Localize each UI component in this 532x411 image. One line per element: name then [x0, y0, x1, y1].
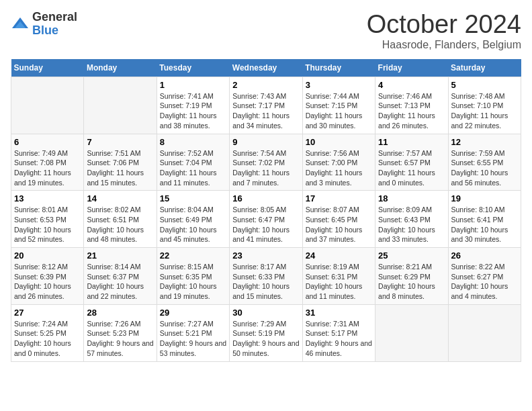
- day-info: Sunrise: 7:54 AMSunset: 7:02 PMDaylight:…: [232, 148, 299, 188]
- day-info: Sunrise: 8:14 AMSunset: 6:37 PMDaylight:…: [87, 262, 153, 302]
- day-info: Sunrise: 7:27 AMSunset: 5:21 PMDaylight:…: [160, 319, 226, 359]
- day-info: Sunrise: 8:17 AMSunset: 6:33 PMDaylight:…: [232, 262, 299, 302]
- day-info: Sunrise: 7:59 AMSunset: 6:55 PMDaylight:…: [451, 148, 518, 188]
- calendar-cell: 31Sunrise: 7:31 AMSunset: 5:17 PMDayligh…: [302, 304, 375, 361]
- day-info: Sunrise: 7:56 AMSunset: 7:00 PMDaylight:…: [306, 148, 372, 188]
- logo-text: General Blue: [32, 11, 77, 38]
- day-number: 28: [87, 308, 153, 318]
- logo-general-text: General: [32, 11, 77, 24]
- calendar-cell: 9Sunrise: 7:54 AMSunset: 7:02 PMDaylight…: [230, 134, 302, 191]
- calendar-week-row: 6Sunrise: 7:49 AMSunset: 7:08 PMDaylight…: [11, 134, 521, 191]
- day-info: Sunrise: 8:05 AMSunset: 6:47 PMDaylight:…: [232, 205, 299, 244]
- day-number: 10: [306, 137, 372, 147]
- calendar-cell: 24Sunrise: 8:19 AMSunset: 6:31 PMDayligh…: [302, 248, 375, 305]
- calendar-cell: 7Sunrise: 7:51 AMSunset: 7:06 PMDaylight…: [84, 134, 157, 191]
- calendar-week-row: 1Sunrise: 7:41 AMSunset: 7:19 PMDaylight…: [11, 77, 521, 134]
- day-info: Sunrise: 8:02 AMSunset: 6:51 PMDaylight:…: [87, 205, 153, 244]
- calendar-cell: 5Sunrise: 7:48 AMSunset: 7:10 PMDaylight…: [448, 77, 521, 134]
- day-number: 20: [14, 250, 81, 261]
- day-info: Sunrise: 7:51 AMSunset: 7:06 PMDaylight:…: [87, 148, 153, 188]
- day-number: 29: [160, 308, 226, 318]
- day-info: Sunrise: 7:46 AMSunset: 7:13 PMDaylight:…: [378, 91, 445, 131]
- day-info: Sunrise: 8:21 AMSunset: 6:29 PMDaylight:…: [378, 262, 445, 302]
- day-number: 11: [378, 137, 445, 147]
- day-number: 21: [87, 250, 153, 261]
- calendar-cell: 26Sunrise: 8:22 AMSunset: 6:27 PMDayligh…: [448, 248, 521, 305]
- calendar-cell: 10Sunrise: 7:56 AMSunset: 7:00 PMDayligh…: [302, 134, 375, 191]
- day-number: 4: [378, 80, 445, 90]
- calendar-cell: 14Sunrise: 8:02 AMSunset: 6:51 PMDayligh…: [84, 191, 157, 248]
- day-info: Sunrise: 8:09 AMSunset: 6:43 PMDaylight:…: [378, 205, 445, 244]
- day-number: 16: [232, 193, 299, 203]
- calendar-cell: 1Sunrise: 7:41 AMSunset: 7:19 PMDaylight…: [157, 77, 229, 134]
- day-number: 3: [306, 80, 372, 90]
- day-info: Sunrise: 7:57 AMSunset: 6:57 PMDaylight:…: [378, 148, 445, 188]
- day-info: Sunrise: 7:31 AMSunset: 5:17 PMDaylight:…: [306, 319, 372, 359]
- calendar-cell: 19Sunrise: 8:10 AMSunset: 6:41 PMDayligh…: [448, 191, 521, 248]
- logo-icon: [11, 15, 30, 34]
- calendar-cell: 2Sunrise: 7:43 AMSunset: 7:17 PMDaylight…: [230, 77, 302, 134]
- calendar-cell: 4Sunrise: 7:46 AMSunset: 7:13 PMDaylight…: [375, 77, 448, 134]
- calendar-cell: 27Sunrise: 7:24 AMSunset: 5:25 PMDayligh…: [11, 304, 84, 361]
- column-header-friday: Friday: [375, 59, 448, 77]
- day-number: 13: [14, 193, 81, 203]
- day-number: 7: [87, 137, 153, 147]
- calendar-cell: 12Sunrise: 7:59 AMSunset: 6:55 PMDayligh…: [448, 134, 521, 191]
- day-number: 30: [232, 308, 299, 318]
- day-number: 18: [378, 193, 445, 203]
- column-header-saturday: Saturday: [448, 59, 521, 77]
- calendar-cell: 11Sunrise: 7:57 AMSunset: 6:57 PMDayligh…: [375, 134, 448, 191]
- calendar-cell: 6Sunrise: 7:49 AMSunset: 7:08 PMDaylight…: [11, 134, 84, 191]
- day-number: 24: [306, 250, 372, 261]
- calendar-cell: 18Sunrise: 8:09 AMSunset: 6:43 PMDayligh…: [375, 191, 448, 248]
- calendar-cell: 15Sunrise: 8:04 AMSunset: 6:49 PMDayligh…: [157, 191, 229, 248]
- day-info: Sunrise: 7:29 AMSunset: 5:19 PMDaylight:…: [232, 319, 299, 359]
- calendar-cell: [448, 304, 521, 361]
- calendar-cell: 28Sunrise: 7:26 AMSunset: 5:23 PMDayligh…: [84, 304, 157, 361]
- day-number: 5: [451, 80, 518, 90]
- day-number: 23: [232, 250, 299, 261]
- day-info: Sunrise: 7:44 AMSunset: 7:15 PMDaylight:…: [306, 91, 372, 131]
- day-info: Sunrise: 7:41 AMSunset: 7:19 PMDaylight:…: [160, 91, 226, 131]
- calendar-cell: [84, 77, 157, 134]
- calendar-cell: 21Sunrise: 8:14 AMSunset: 6:37 PMDayligh…: [84, 248, 157, 305]
- day-number: 1: [160, 80, 226, 90]
- day-info: Sunrise: 8:01 AMSunset: 6:53 PMDaylight:…: [14, 205, 81, 244]
- day-info: Sunrise: 7:48 AMSunset: 7:10 PMDaylight:…: [451, 91, 518, 131]
- calendar-week-row: 13Sunrise: 8:01 AMSunset: 6:53 PMDayligh…: [11, 191, 521, 248]
- calendar-cell: 3Sunrise: 7:44 AMSunset: 7:15 PMDaylight…: [302, 77, 375, 134]
- day-number: 19: [451, 193, 518, 203]
- calendar-week-row: 20Sunrise: 8:12 AMSunset: 6:39 PMDayligh…: [11, 248, 521, 305]
- location: Haasrode, Flanders, Belgium: [367, 39, 521, 51]
- day-number: 31: [306, 308, 372, 318]
- day-info: Sunrise: 8:07 AMSunset: 6:45 PMDaylight:…: [306, 205, 372, 244]
- day-info: Sunrise: 8:10 AMSunset: 6:41 PMDaylight:…: [451, 205, 518, 244]
- title-block: October 2024 Haasrode, Flanders, Belgium: [367, 11, 521, 51]
- column-header-tuesday: Tuesday: [157, 59, 229, 77]
- page-header: General Blue October 2024 Haasrode, Flan…: [11, 11, 521, 51]
- day-number: 2: [232, 80, 299, 90]
- column-header-wednesday: Wednesday: [230, 59, 302, 77]
- calendar-cell: 8Sunrise: 7:52 AMSunset: 7:04 PMDaylight…: [157, 134, 229, 191]
- calendar-header-row: SundayMondayTuesdayWednesdayThursdayFrid…: [11, 59, 521, 77]
- calendar-cell: [11, 77, 84, 134]
- calendar-cell: 30Sunrise: 7:29 AMSunset: 5:19 PMDayligh…: [230, 304, 302, 361]
- calendar-cell: 20Sunrise: 8:12 AMSunset: 6:39 PMDayligh…: [11, 248, 84, 305]
- calendar-cell: 16Sunrise: 8:05 AMSunset: 6:47 PMDayligh…: [230, 191, 302, 248]
- calendar-cell: [375, 304, 448, 361]
- day-info: Sunrise: 7:52 AMSunset: 7:04 PMDaylight:…: [160, 148, 226, 188]
- calendar-table: SundayMondayTuesdayWednesdayThursdayFrid…: [11, 59, 521, 362]
- day-number: 14: [87, 193, 153, 203]
- day-number: 9: [232, 137, 299, 147]
- calendar-cell: 22Sunrise: 8:15 AMSunset: 6:35 PMDayligh…: [157, 248, 229, 305]
- calendar-week-row: 27Sunrise: 7:24 AMSunset: 5:25 PMDayligh…: [11, 304, 521, 361]
- day-number: 17: [306, 193, 372, 203]
- day-info: Sunrise: 8:04 AMSunset: 6:49 PMDaylight:…: [160, 205, 226, 244]
- day-info: Sunrise: 7:49 AMSunset: 7:08 PMDaylight:…: [14, 148, 81, 188]
- day-info: Sunrise: 8:19 AMSunset: 6:31 PMDaylight:…: [306, 262, 372, 302]
- day-number: 8: [160, 137, 226, 147]
- day-number: 12: [451, 137, 518, 147]
- column-header-sunday: Sunday: [11, 59, 84, 77]
- calendar-cell: 23Sunrise: 8:17 AMSunset: 6:33 PMDayligh…: [230, 248, 302, 305]
- calendar-cell: 13Sunrise: 8:01 AMSunset: 6:53 PMDayligh…: [11, 191, 84, 248]
